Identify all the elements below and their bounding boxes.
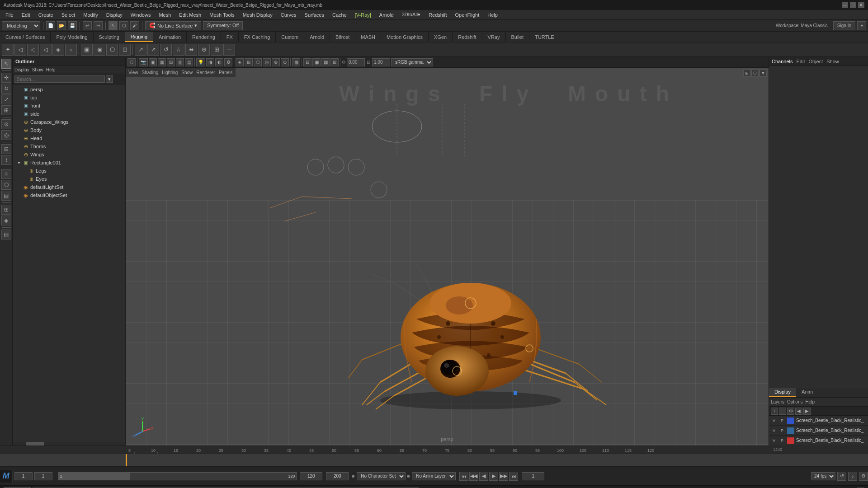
vp-display-btn2[interactable]: ⊞ xyxy=(245,58,253,66)
tab-mash[interactable]: MASH xyxy=(355,32,381,42)
shelf-btn-2[interactable]: ◁ xyxy=(14,44,26,56)
menu-openflight[interactable]: OpenFlight xyxy=(451,11,483,19)
play-back-button[interactable]: ◀ xyxy=(479,472,488,481)
mode-dropdown[interactable]: Modeling Rigging Animation FX Rendering … xyxy=(2,21,40,30)
vp-display-btn6[interactable]: ⊙ xyxy=(281,58,289,66)
vp-snap-btn[interactable]: ⊞ xyxy=(330,58,339,66)
vp-camera-btn[interactable]: 📷 xyxy=(139,58,148,66)
gamma-input1[interactable] xyxy=(347,58,365,66)
shelf-btn-12[interactable]: ↗ xyxy=(147,44,159,56)
outliner-help-menu[interactable]: Help xyxy=(46,67,56,72)
vp-shading-menu[interactable]: Shading xyxy=(142,70,159,75)
tab-fx-caching[interactable]: FX Caching xyxy=(239,32,276,42)
step-back-button[interactable]: ◀◀ xyxy=(469,472,478,481)
tab-rendering[interactable]: Rendering xyxy=(187,32,221,42)
anim-layer-selector[interactable]: No Anim Layer xyxy=(412,472,456,480)
fps-selector[interactable]: 24 fps 30 fps 60 fps xyxy=(811,472,835,480)
menu-windows[interactable]: Windows xyxy=(127,11,155,19)
tab-fx[interactable]: FX xyxy=(221,32,239,42)
redo-button[interactable]: ↪ xyxy=(94,21,103,30)
display-tab[interactable]: Display xyxy=(769,388,796,397)
shelf-btn-1[interactable]: ✦ xyxy=(2,44,14,56)
layer-playback-1[interactable]: P xyxy=(779,418,785,424)
tab-bifrost[interactable]: Bifrost xyxy=(330,32,355,42)
layer-visibility-1[interactable]: V xyxy=(771,418,777,424)
layer-nav-prev[interactable]: ◀ xyxy=(795,408,802,415)
new-layer-btn[interactable]: + xyxy=(771,408,778,415)
outliner-item-legs[interactable]: ⊕ Legs xyxy=(13,167,125,175)
open-button[interactable]: 📂 xyxy=(57,21,66,30)
vp-renderer-menu[interactable]: Renderer xyxy=(196,70,215,75)
layer-item-2[interactable]: V P Screech_Beetle_Black_Realistic_ xyxy=(769,426,868,436)
delete-layer-btn[interactable]: − xyxy=(779,408,786,415)
step-forward-button[interactable]: ▶▶ xyxy=(499,472,508,481)
shelf-btn-14[interactable]: ☆ xyxy=(173,44,184,56)
tab-redshift[interactable]: Redshift xyxy=(453,32,482,42)
outliner-item-persp[interactable]: ▣ persp xyxy=(13,85,125,94)
menu-arnold[interactable]: Arnold xyxy=(376,11,397,19)
outliner-item-side[interactable]: ▣ side xyxy=(13,110,125,118)
outliner-item-default-object-set[interactable]: ◉ defaultObjectSet xyxy=(13,191,125,199)
scale-tool-button[interactable]: ⤢ xyxy=(1,94,11,104)
menu-file[interactable]: File xyxy=(2,11,17,19)
frame-range-bar[interactable] xyxy=(58,472,297,480)
outliner-item-thorns[interactable]: ⊕ Thorns xyxy=(13,142,125,150)
layer-nav-next[interactable]: ▶ xyxy=(803,408,811,415)
range-start-input[interactable] xyxy=(60,473,73,479)
outliner-scrollbar-thumb[interactable] xyxy=(26,442,44,446)
tab-vray[interactable]: VRay xyxy=(482,32,506,42)
vp-grid-btn[interactable]: ▦ xyxy=(321,58,330,66)
outliner-item-front[interactable]: ▣ front xyxy=(13,102,125,110)
edit-header-btn[interactable]: Edit xyxy=(796,59,805,64)
vp-show-menu[interactable]: Show xyxy=(181,70,193,75)
soft-select-button[interactable]: ⊙ xyxy=(1,119,11,129)
menu-create[interactable]: Create xyxy=(35,11,57,19)
vp-toggle2[interactable]: ▦ xyxy=(158,58,166,66)
shelf-btn-4[interactable]: ◁ xyxy=(40,44,52,56)
go-to-start-button[interactable]: ⏮ xyxy=(459,472,468,481)
symmetry-button[interactable]: Symmetry: Off xyxy=(203,21,243,30)
vp-view-menu[interactable]: View xyxy=(128,70,138,75)
select-tool-button[interactable]: ↖ xyxy=(108,21,118,30)
menu-cache[interactable]: Cache xyxy=(329,11,350,19)
timeline-track[interactable] xyxy=(126,454,769,466)
vp-ao-btn[interactable]: ◐ xyxy=(215,58,223,66)
close-button[interactable]: ✕ xyxy=(858,2,864,8)
play-forward-button[interactable]: ▶ xyxy=(489,472,498,481)
sign-in-dropdown[interactable]: ▾ xyxy=(857,21,866,30)
tab-sculpting[interactable]: Sculpting xyxy=(94,32,125,42)
vp-toggle4[interactable]: ▥ xyxy=(176,58,184,66)
anim-tab[interactable]: Anim xyxy=(796,388,818,397)
outliner-item-eyes[interactable]: ⊕ Eyes xyxy=(13,175,125,183)
shelf-btn-6[interactable]: ⬦ xyxy=(65,44,77,56)
minimize-button[interactable]: — xyxy=(842,2,848,8)
menu-edit[interactable]: Edit xyxy=(18,11,34,19)
layer-options-btn[interactable]: ⚙ xyxy=(787,408,794,415)
layers-subtab[interactable]: Layers xyxy=(771,399,784,404)
vp-toggle1[interactable]: ▣ xyxy=(149,58,157,66)
maximize-button[interactable]: □ xyxy=(850,2,856,8)
start-frame-input[interactable] xyxy=(14,472,33,480)
tab-motion-graphics[interactable]: Motion Graphics xyxy=(381,32,429,42)
shelf-btn-9[interactable]: ⬡ xyxy=(106,44,118,56)
vp-panels-menu[interactable]: Panels xyxy=(219,70,233,75)
shelf-btn-7[interactable]: ▣ xyxy=(81,44,93,56)
menu-edit-mesh[interactable]: Edit Mesh xyxy=(175,11,205,19)
shelf-btn-10[interactable]: ⊡ xyxy=(119,44,131,56)
lasso-button[interactable]: ⬡ xyxy=(119,21,128,30)
shelf-btn-3[interactable]: ◁ xyxy=(27,44,39,56)
shelf-btn-17[interactable]: ⊞ xyxy=(211,44,222,56)
menu-redshift[interactable]: Redshift xyxy=(425,11,450,19)
vp-ctrl-2[interactable]: ⬡ xyxy=(751,70,759,77)
outliner-display-menu[interactable]: Display xyxy=(14,67,29,72)
go-to-end-button[interactable]: ⏭ xyxy=(509,472,518,481)
rotate-tool-button[interactable]: ↻ xyxy=(1,84,11,94)
menu-surfaces[interactable]: Surfaces xyxy=(301,11,328,19)
vp-light-btn[interactable]: 💡 xyxy=(196,58,205,66)
vp-toggle5[interactable]: ▤ xyxy=(185,58,193,66)
outliner-scrollbar[interactable] xyxy=(13,442,125,446)
vp-display-btn1[interactable]: ◈ xyxy=(236,58,244,66)
tab-animation[interactable]: Animation xyxy=(153,32,187,42)
channels-header-btn[interactable]: Channels xyxy=(772,59,793,64)
tab-curves-surfaces[interactable]: Curves / Surfaces xyxy=(0,32,51,42)
